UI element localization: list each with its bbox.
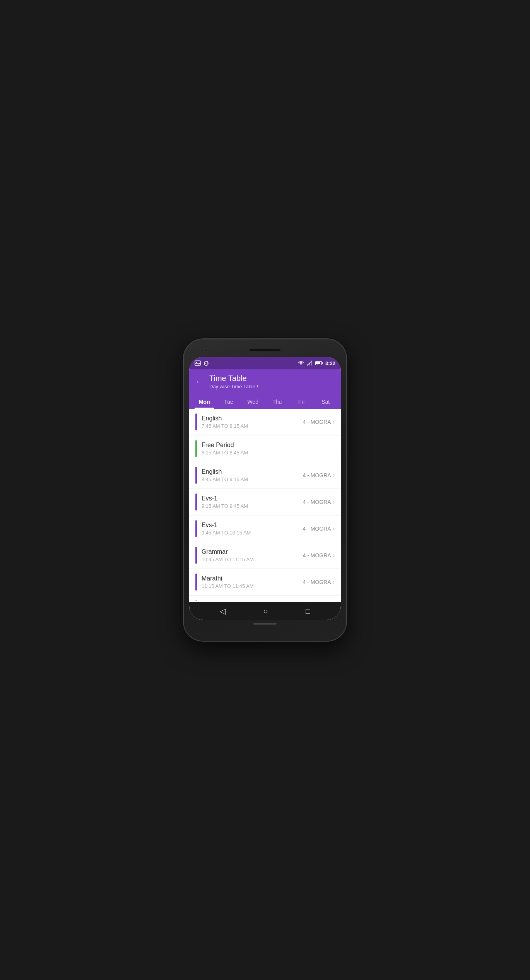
tab-tue[interactable]: Tue	[217, 395, 241, 409]
schedule-item[interactable]: Marathi11:45 AM TO 12:15 PM4 - MOGRA›	[189, 596, 341, 601]
schedule-subject: Evs-1	[202, 495, 298, 502]
schedule-room: 4 - MOGRA›	[303, 418, 335, 425]
status-left-icons	[195, 360, 209, 366]
svg-line-6	[207, 361, 208, 362]
schedule-room: 4 - MOGRA›	[303, 525, 335, 532]
tab-sat[interactable]: Sat	[313, 395, 338, 409]
bottom-nav: ◁ ○ □	[189, 602, 341, 620]
svg-point-4	[207, 363, 208, 364]
room-label: 4 - MOGRA	[303, 499, 331, 505]
schedule-subject: English	[202, 468, 298, 475]
schedule-item[interactable]: Marathi11:15 AM TO 11:45 AM4 - MOGRA›	[189, 569, 341, 596]
schedule-item[interactable]: Free Period8:15 AM TO 8:45 AM	[189, 435, 341, 462]
chevron-right-icon: ›	[333, 579, 335, 586]
schedule-time: 10:45 AM TO 11:15 AM	[202, 557, 298, 562]
home-indicator	[253, 623, 277, 625]
schedule-room: 4 - MOGRA›	[303, 472, 335, 479]
page-title: Time Table	[209, 374, 335, 383]
day-tabs: Mon Tue Wed Thu Fri Sat	[189, 395, 341, 409]
chevron-right-icon: ›	[333, 499, 335, 505]
camera	[204, 348, 208, 352]
signal-icon	[307, 360, 313, 366]
tab-fri[interactable]: Fri	[289, 395, 314, 409]
schedule-color-bar	[195, 467, 197, 484]
battery-icon: ⚡	[315, 361, 323, 365]
speaker	[250, 349, 280, 351]
schedule-item-content: Evs-19:45 AM TO 10:15 AM	[202, 522, 298, 536]
schedule-time: 8:15 AM TO 8:45 AM	[202, 450, 335, 456]
recent-nav-button[interactable]: □	[306, 607, 310, 616]
svg-point-3	[205, 363, 206, 364]
schedule-item[interactable]: Evs-19:45 AM TO 10:15 AM4 - MOGRA›	[189, 516, 341, 542]
time-display: 3:22	[325, 360, 335, 366]
schedule-item[interactable]: English7:45 AM TO 8:15 AM4 - MOGRA›	[189, 409, 341, 435]
chevron-right-icon: ›	[333, 552, 335, 559]
schedule-time: 9:15 AM TO 9:45 AM	[202, 503, 298, 509]
phone-top-bar	[189, 345, 341, 355]
room-label: 4 - MOGRA	[303, 526, 331, 532]
schedule-time: 7:45 AM TO 8:15 AM	[202, 423, 298, 429]
room-label: 4 - MOGRA	[303, 419, 331, 425]
schedule-item[interactable]: Grammar10:45 AM TO 11:15 AM4 - MOGRA›	[189, 542, 341, 569]
room-label: 4 - MOGRA	[303, 579, 331, 585]
schedule-list: English7:45 AM TO 8:15 AM4 - MOGRA›Free …	[189, 409, 341, 601]
schedule-color-bar	[195, 493, 197, 510]
schedule-item-content: English7:45 AM TO 8:15 AM	[202, 415, 298, 429]
svg-point-2	[204, 362, 208, 365]
header-text: Time Table Day wise Time Table !	[209, 374, 335, 389]
status-bar: ⚡ 3:22	[189, 357, 341, 369]
phone-screen: ⚡ 3:22 ← Time Table Day wise Time Table …	[189, 357, 341, 620]
schedule-color-bar	[195, 440, 197, 457]
schedule-color-bar	[195, 520, 197, 537]
schedule-subject: English	[202, 415, 298, 422]
schedule-item-content: Grammar10:45 AM TO 11:15 AM	[202, 548, 298, 562]
tab-mon[interactable]: Mon	[192, 395, 217, 409]
svg-rect-9	[311, 362, 312, 365]
schedule-time: 9:45 AM TO 10:15 AM	[202, 530, 298, 536]
svg-text:⚡: ⚡	[316, 362, 320, 365]
schedule-color-bar	[195, 600, 197, 601]
schedule-subject: Grammar	[202, 548, 298, 555]
schedule-subject: Marathi	[202, 575, 298, 582]
image-icon	[195, 360, 201, 366]
svg-line-5	[205, 361, 205, 362]
chevron-right-icon: ›	[333, 525, 335, 532]
svg-rect-12	[322, 362, 323, 364]
schedule-color-bar	[195, 413, 197, 430]
chevron-right-icon: ›	[333, 418, 335, 425]
schedule-item-content: Evs-19:15 AM TO 9:45 AM	[202, 495, 298, 509]
wifi-icon	[297, 360, 304, 366]
status-right: ⚡ 3:22	[297, 360, 335, 366]
back-button[interactable]: ←	[195, 377, 204, 386]
schedule-item[interactable]: English8:45 AM TO 9:15 AM4 - MOGRA›	[189, 462, 341, 489]
schedule-item[interactable]: Evs-19:15 AM TO 9:45 AM4 - MOGRA›	[189, 489, 341, 516]
schedule-subject: Evs-1	[202, 522, 298, 529]
phone-bottom-bar	[189, 623, 341, 625]
schedule-room: 4 - MOGRA›	[303, 552, 335, 559]
schedule-item-content: English8:45 AM TO 9:15 AM	[202, 468, 298, 482]
phone-frame: ⚡ 3:22 ← Time Table Day wise Time Table …	[184, 339, 346, 641]
android-icon	[203, 360, 209, 366]
app-header: ← Time Table Day wise Time Table !	[189, 369, 341, 395]
tab-wed[interactable]: Wed	[241, 395, 265, 409]
schedule-room: 4 - MOGRA›	[303, 499, 335, 505]
schedule-subject: Free Period	[202, 442, 335, 449]
back-nav-button[interactable]: ◁	[220, 606, 226, 616]
page-subtitle: Day wise Time Table !	[209, 384, 335, 389]
schedule-time: 11:15 AM TO 11:45 AM	[202, 583, 298, 589]
home-nav-button[interactable]: ○	[263, 607, 268, 616]
schedule-room: 4 - MOGRA›	[303, 579, 335, 586]
schedule-color-bar	[195, 574, 197, 591]
room-label: 4 - MOGRA	[303, 472, 331, 478]
schedule-time: 8:45 AM TO 9:15 AM	[202, 476, 298, 482]
tab-thu[interactable]: Thu	[265, 395, 289, 409]
schedule-item-content: Marathi11:15 AM TO 11:45 AM	[202, 575, 298, 589]
schedule-color-bar	[195, 547, 197, 564]
schedule-item-content: Free Period8:15 AM TO 8:45 AM	[202, 442, 335, 456]
chevron-right-icon: ›	[333, 472, 335, 479]
room-label: 4 - MOGRA	[303, 552, 331, 558]
